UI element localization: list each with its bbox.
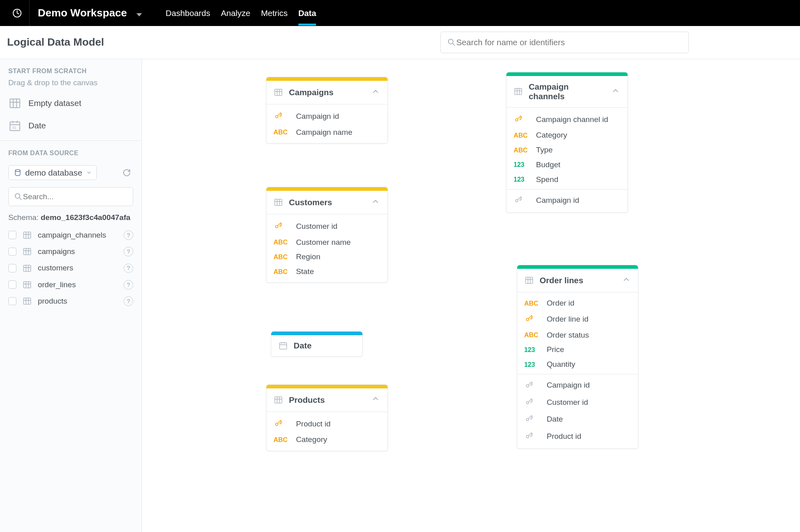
checkbox[interactable] [8, 231, 17, 239]
table-name: campaigns [38, 247, 75, 256]
table-icon [514, 87, 523, 96]
table-row-campaign-channels[interactable]: campaign_channels ? [8, 227, 133, 243]
top-bar: Demo Workspace Dashboards Analyze Metric… [0, 0, 800, 26]
entity-products[interactable]: Products Product id ABCCategory [266, 384, 388, 451]
refresh-datasource-button[interactable] [120, 166, 134, 179]
entity-customers[interactable]: Customers Customer id ABCCustomer name A… [266, 187, 388, 283]
date-item[interactable]: 31 Date [0, 114, 142, 137]
field-row[interactable]: Product id [266, 416, 387, 432]
table-icon [524, 276, 534, 285]
field-row[interactable]: ABCOrder status [517, 328, 638, 342]
text-type-icon: ABC [514, 132, 530, 139]
info-icon[interactable]: ? [124, 230, 133, 240]
field-name: Category [296, 435, 327, 444]
svg-rect-12 [24, 282, 31, 288]
entity-title: Campaigns [289, 88, 334, 97]
field-row[interactable]: Campaign id [266, 108, 387, 125]
svg-rect-18 [280, 343, 287, 349]
text-type-icon: ABC [524, 331, 541, 339]
entity-campaigns[interactable]: Campaigns Campaign id ABCCampaign name [266, 77, 388, 144]
checkbox[interactable] [8, 264, 17, 272]
start-hint: Drag & drop to the canvas [0, 78, 142, 92]
model-canvas[interactable]: Campaigns Campaign id ABCCampaign name C… [142, 59, 800, 532]
svg-rect-21 [515, 88, 522, 94]
chevron-up-icon[interactable] [622, 275, 631, 286]
field-row[interactable]: 123Spend [506, 172, 627, 187]
table-row-products[interactable]: products ? [8, 293, 133, 309]
table-name: campaign_channels [38, 231, 106, 240]
info-icon[interactable]: ? [124, 280, 133, 290]
field-name: Campaign id [536, 196, 579, 205]
checkbox[interactable] [8, 280, 17, 289]
field-row[interactable]: ABCOrder id [517, 296, 638, 311]
field-row[interactable]: ABCCategory [266, 432, 387, 447]
date-label: Date [28, 121, 46, 130]
field-row[interactable]: ABCRegion [266, 250, 387, 264]
field-row[interactable]: ABCCustomer name [266, 235, 387, 250]
search-input[interactable] [456, 38, 683, 47]
key-icon [524, 314, 541, 325]
field-row[interactable]: Campaign id [506, 192, 627, 209]
workspace-switcher[interactable]: Demo Workspace [38, 7, 142, 19]
field-name: Category [536, 131, 567, 140]
field-row[interactable]: Customer id [266, 218, 387, 235]
table-icon [274, 88, 283, 97]
field-name: Date [547, 415, 563, 424]
entity-order-lines[interactable]: Order lines ABCOrder id Order line id AB… [517, 265, 638, 449]
chevron-up-icon[interactable] [371, 87, 380, 98]
chevron-up-icon[interactable] [371, 197, 380, 208]
field-name: Campaign channel id [536, 115, 608, 124]
empty-dataset-item[interactable]: Empty dataset [0, 92, 142, 114]
sidebar-search-box[interactable] [8, 187, 133, 206]
field-row[interactable]: ABCCategory [506, 128, 627, 143]
table-row-order-lines[interactable]: order_lines ? [8, 276, 133, 293]
entity-campaign-channels[interactable]: Campaign channels Campaign channel id AB… [506, 72, 628, 213]
field-name: Customer id [296, 222, 338, 231]
field-row[interactable]: Campaign channel id [506, 111, 627, 128]
reference-icon [524, 380, 541, 391]
table-icon [22, 230, 32, 240]
field-row[interactable]: 123Price [517, 342, 638, 357]
field-row[interactable]: ABCState [266, 264, 387, 279]
field-row[interactable]: Date [517, 411, 638, 428]
entity-date[interactable]: Date [271, 331, 363, 357]
field-name: Order status [547, 331, 589, 340]
checkbox[interactable] [8, 248, 17, 256]
field-row[interactable]: Customer id [517, 394, 638, 411]
field-row[interactable]: ABCType [506, 143, 627, 158]
nav-dashboards[interactable]: Dashboards [166, 1, 210, 25]
field-row[interactable]: ABCCampaign name [266, 125, 387, 140]
svg-rect-19 [275, 397, 282, 403]
info-icon[interactable]: ? [124, 296, 133, 306]
info-icon[interactable]: ? [124, 264, 133, 273]
field-row[interactable]: 123Budget [506, 157, 627, 172]
nav-metrics[interactable]: Metrics [261, 1, 288, 25]
svg-rect-10 [24, 248, 31, 255]
nav-analyze[interactable]: Analyze [221, 1, 250, 25]
sidebar-search-input[interactable] [23, 192, 128, 201]
field-name: Campaign id [296, 112, 339, 121]
chevron-down-icon [86, 170, 92, 176]
table-row-customers[interactable]: customers ? [8, 260, 133, 276]
nav-data[interactable]: Data [298, 1, 316, 25]
empty-dataset-label: Empty dataset [28, 98, 81, 108]
schema-table-list: campaign_channels ? campaigns ? customer… [0, 226, 142, 311]
key-icon [274, 221, 290, 232]
datasource-select[interactable]: demo database [8, 165, 97, 180]
from-data-source-heading: FROM DATA SOURCE [0, 141, 142, 160]
search-box[interactable] [440, 32, 689, 53]
field-name: Campaign id [547, 381, 590, 390]
field-row[interactable]: Campaign id [517, 377, 638, 394]
checkbox[interactable] [8, 297, 17, 306]
app-logo[interactable] [5, 0, 30, 26]
field-row[interactable]: 123Quantity [517, 357, 638, 372]
page-subheader: Logical Data Model Cancel Clear Save ... [0, 26, 800, 59]
text-type-icon: ABC [524, 300, 541, 307]
chevron-up-icon[interactable] [371, 394, 380, 406]
chevron-up-icon[interactable] [611, 86, 620, 98]
field-row[interactable]: Order line id [517, 311, 638, 328]
field-row[interactable]: Product id [517, 428, 638, 444]
info-icon[interactable]: ? [124, 247, 133, 256]
table-row-campaigns[interactable]: campaigns ? [8, 243, 133, 260]
svg-text:31: 31 [12, 125, 16, 130]
